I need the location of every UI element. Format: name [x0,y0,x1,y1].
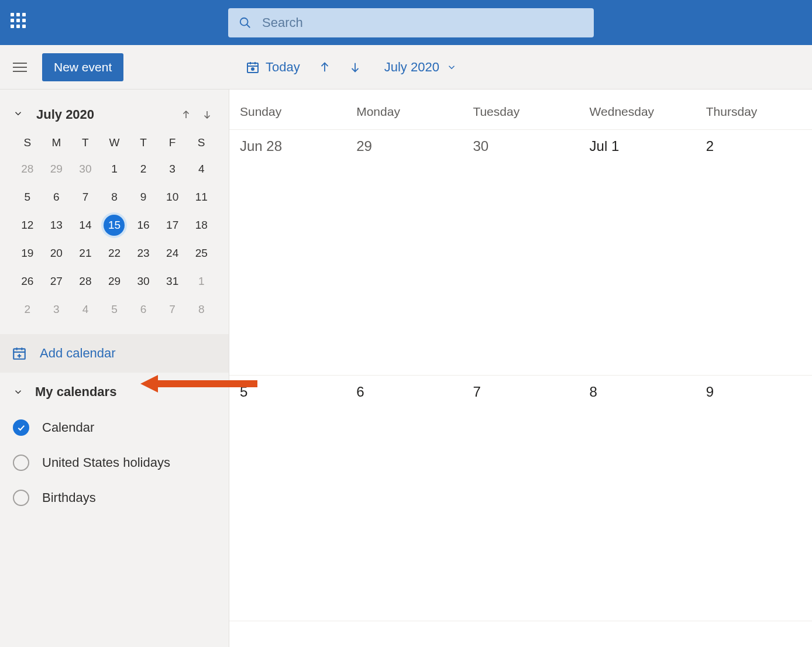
mini-day-cell[interactable]: 29 [100,267,129,295]
new-event-button[interactable]: New event [42,53,123,81]
mini-day-cell[interactable]: 8 [100,183,129,211]
mini-day-cell[interactable]: 9 [129,183,158,211]
grid-day-cell[interactable]: 29 [346,130,462,376]
arrow-up-icon [318,61,331,74]
mini-dow-cell: T [129,130,158,155]
mini-day-cell[interactable]: 28 [13,155,42,183]
search-box[interactable] [228,8,594,37]
mini-day-cell[interactable]: 18 [187,211,216,239]
mini-dow-cell: M [42,130,71,155]
mini-day-cell[interactable]: 14 [71,211,100,239]
mini-day-cell[interactable]: 20 [42,239,71,267]
arrow-up-icon [181,109,191,120]
arrow-down-icon [202,109,212,120]
calendar-add-icon [12,346,27,361]
mini-day-cell[interactable]: 11 [187,183,216,211]
mini-day-cell[interactable]: 30 [71,155,100,183]
mini-day-cell[interactable]: 24 [158,239,187,267]
grid-day-cell[interactable]: 8 [579,376,696,621]
calendar-list-item[interactable]: United States holidays [13,445,217,480]
add-calendar-button[interactable]: Add calendar [0,334,229,373]
mini-day-cell[interactable]: 4 [71,295,100,323]
grid-day-cell[interactable]: 30 [462,130,579,376]
calendar-list-item[interactable]: Calendar [13,410,217,445]
grid-dow-cell: Sunday [229,90,346,129]
mini-day-cell[interactable]: 16 [129,211,158,239]
month-picker[interactable]: July 2020 [377,55,464,80]
mini-day-cell[interactable]: 17 [158,211,187,239]
mini-day-cell[interactable]: 28 [71,267,100,295]
arrow-down-icon [349,61,362,74]
mini-day-cell[interactable]: 7 [158,295,187,323]
mini-day-cell[interactable]: 3 [158,155,187,183]
mini-day-cell[interactable]: 27 [42,267,71,295]
mini-day-cell[interactable]: 3 [42,295,71,323]
mini-day-cell[interactable]: 29 [42,155,71,183]
mini-day-cell[interactable]: 22 [100,239,129,267]
mini-dow-cell: W [100,130,129,155]
mini-day-cell[interactable]: 30 [129,267,158,295]
mini-prev-month[interactable] [177,106,195,123]
grid-dow-cell: Thursday [696,90,812,129]
checkbox-unchecked-icon[interactable] [13,490,29,506]
mini-calendar-header: July 2020 [0,101,229,130]
my-calendars-title: My calendars [35,384,116,400]
mini-day-cell[interactable]: 10 [158,183,187,211]
mini-next-month[interactable] [198,106,216,123]
grid-day-cell[interactable]: 6 [346,376,462,621]
toolbar: New event Today July 2020 [0,45,812,90]
mini-day-cell[interactable]: 1 [187,267,216,295]
mini-day-cell[interactable]: 15 [100,211,129,239]
hamburger-menu-icon[interactable] [8,56,32,79]
mini-dow-cell: S [13,130,42,155]
mini-day-cell[interactable]: 13 [42,211,71,239]
mini-day-cell[interactable]: 8 [187,295,216,323]
mini-day-cell[interactable]: 2 [129,155,158,183]
app-header [0,0,812,45]
app-launcher-icon[interactable] [11,13,30,33]
today-button[interactable]: Today [239,55,307,80]
calendar-item-label: Calendar [42,420,94,435]
mini-day-cell[interactable]: 5 [100,295,129,323]
mini-day-cell[interactable]: 26 [13,267,42,295]
mini-day-cell[interactable]: 2 [13,295,42,323]
mini-day-cell[interactable]: 23 [129,239,158,267]
mini-calendar-dow: SMTWTFS [13,130,216,155]
mini-day-cell[interactable]: 31 [158,267,187,295]
grid-dow-cell: Monday [346,90,462,129]
grid-dow-cell: Wednesday [579,90,696,129]
mini-day-cell[interactable]: 1 [100,155,129,183]
grid-day-cell[interactable]: 7 [462,376,579,621]
checkbox-unchecked-icon[interactable] [13,455,29,471]
today-label: Today [266,60,300,75]
next-period-button[interactable] [342,54,368,80]
calendar-list-item[interactable]: Birthdays [13,480,217,515]
grid-day-cell[interactable]: 5 [229,376,346,621]
mini-day-cell[interactable]: 12 [13,211,42,239]
mini-day-cell[interactable]: 5 [13,183,42,211]
my-calendars-toggle[interactable]: My calendars [13,384,217,400]
svg-point-6 [252,68,254,70]
chevron-down-icon [13,108,23,119]
mini-day-cell[interactable]: 6 [42,183,71,211]
add-calendar-label: Add calendar [40,346,116,361]
mini-calendar-collapse[interactable] [13,108,28,121]
mini-day-cell[interactable]: 21 [71,239,100,267]
mini-day-cell[interactable]: 25 [187,239,216,267]
mini-day-cell[interactable]: 19 [13,239,42,267]
prev-period-button[interactable] [312,54,338,80]
mini-day-cell[interactable]: 6 [129,295,158,323]
chevron-down-icon [446,62,457,73]
calendar-item-label: United States holidays [42,455,170,470]
mini-day-cell[interactable]: 7 [71,183,100,211]
grid-day-cell[interactable]: 2 [696,130,812,376]
mini-day-cell[interactable]: 4 [187,155,216,183]
search-input[interactable] [262,15,583,30]
grid-day-cell[interactable]: Jun 28 [229,130,346,376]
svg-line-1 [247,24,250,27]
chevron-down-icon [13,387,23,397]
grid-dow-row: SundayMondayTuesdayWednesdayThursday [229,90,812,130]
grid-day-cell[interactable]: 9 [696,376,812,621]
checkbox-checked-icon[interactable] [13,419,29,436]
grid-day-cell[interactable]: Jul 1 [579,130,696,376]
